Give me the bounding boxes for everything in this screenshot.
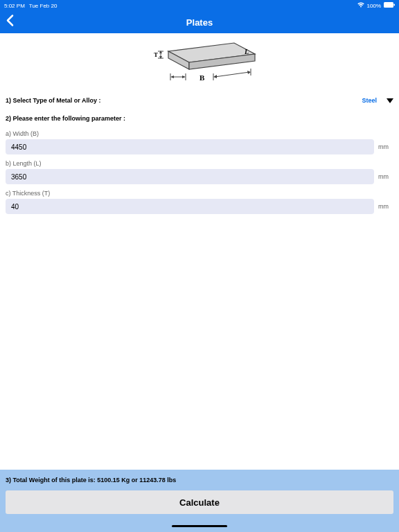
status-time: 5:02 PM [4,3,25,9]
battery-percent: 100% [367,3,381,9]
result-text: 3) Total Weight of this plate is: 5100.1… [6,477,393,490]
svg-text:B: B [200,73,205,82]
back-button[interactable] [6,15,14,30]
status-bar: 5:02 PM Tue Feb 20 100% [0,0,399,11]
select-type-label: 1) Select Type of Metal or Alloy : [6,97,101,104]
enter-params-label: 2) Please enter the following parameter … [0,109,399,127]
plate-diagram: T B L [0,33,399,91]
wifi-icon [357,2,364,9]
svg-text:L: L [244,48,249,55]
calculate-button[interactable]: Calculate [6,490,393,514]
svg-marker-19 [247,71,251,74]
length-label: b) Length (L) [0,157,399,169]
length-unit: mm [378,173,393,180]
thickness-label: c) Thickness (T) [0,187,399,199]
chevron-down-icon [387,98,393,103]
content-spacer [0,217,399,470]
status-date: Tue Feb 20 [29,3,57,9]
width-input[interactable] [6,139,374,154]
thickness-unit: mm [378,203,393,210]
svg-rect-1 [394,4,396,6]
thickness-input[interactable] [6,199,374,214]
material-value: Steel [362,97,377,104]
battery-icon [384,2,395,9]
width-label: a) Width (B) [0,127,399,139]
svg-marker-13 [182,76,186,78]
header: Plates [0,11,399,33]
svg-marker-12 [170,76,174,78]
material-dropdown[interactable]: Steel [362,97,393,104]
home-indicator [0,525,399,532]
svg-text:T: T [154,51,158,58]
svg-rect-0 [384,2,393,8]
svg-line-17 [215,72,249,77]
page-title: Plates [186,17,213,28]
width-unit: mm [378,143,393,150]
svg-marker-18 [213,75,217,78]
footer: 3) Total Weight of this plate is: 5100.1… [0,470,399,525]
length-input[interactable] [6,169,374,184]
